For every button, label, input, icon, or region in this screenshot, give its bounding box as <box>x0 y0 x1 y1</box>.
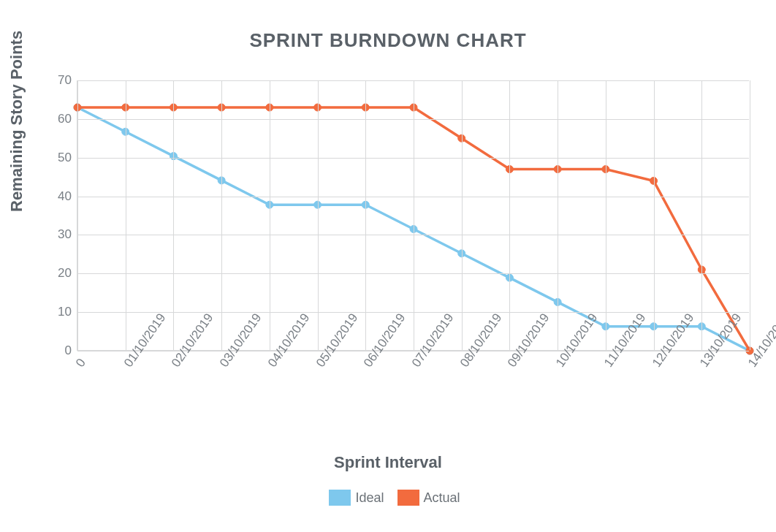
burndown-chart: SPRINT BURNDOWN CHART Remaining Story Po… <box>0 0 776 532</box>
legend-label: Actual <box>424 490 460 505</box>
gridline-v <box>509 80 510 350</box>
x-axis-label: Sprint Interval <box>0 453 776 472</box>
gridline-v <box>77 80 78 350</box>
gridline-v <box>558 80 558 350</box>
gridline-v <box>318 80 319 350</box>
gridline-v <box>126 80 126 350</box>
plot-area: 010203040506070001/10/201902/10/201903/1… <box>77 80 749 351</box>
gridline-v <box>462 80 463 350</box>
chart-title: SPRINT BURNDOWN CHART <box>0 29 776 52</box>
legend-swatch <box>397 490 419 506</box>
y-tick-label: 10 <box>58 305 72 319</box>
legend-label: Ideal <box>355 490 384 505</box>
legend-swatch <box>329 490 351 506</box>
gridline-v <box>701 80 702 350</box>
gridline-v <box>270 80 270 350</box>
x-tick-label: 0 <box>73 356 89 370</box>
gridline-v <box>606 80 606 350</box>
y-tick-label: 70 <box>58 73 72 88</box>
gridline-v <box>414 80 414 350</box>
y-tick-label: 40 <box>58 189 72 204</box>
gridline-v <box>750 80 750 350</box>
gridline-v <box>173 80 174 350</box>
gridline-v <box>365 80 366 350</box>
gridline-v <box>654 80 655 350</box>
y-axis-label: Remaining Story Points <box>7 31 26 212</box>
y-tick-label: 0 <box>65 343 72 358</box>
y-tick-label: 50 <box>58 151 72 165</box>
legend: IdealActual <box>0 490 776 506</box>
gridline-v <box>221 80 222 350</box>
y-tick-label: 60 <box>58 112 72 126</box>
y-tick-label: 30 <box>58 227 72 242</box>
y-tick-label: 20 <box>58 266 72 281</box>
